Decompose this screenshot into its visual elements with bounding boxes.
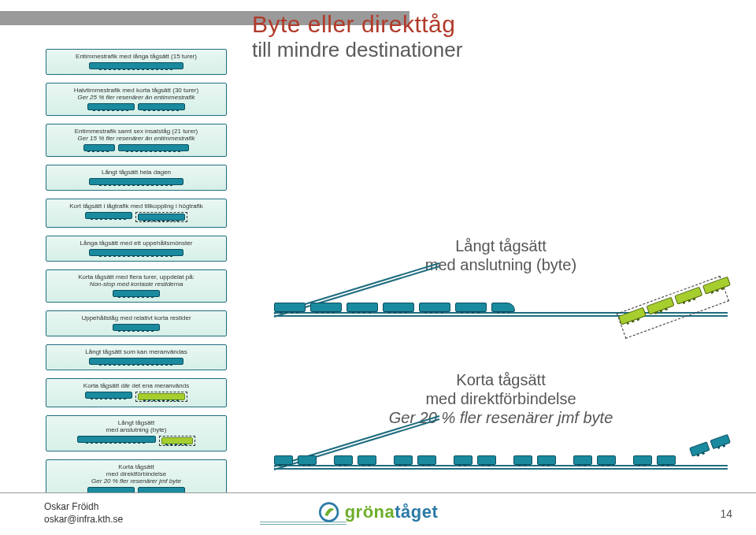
panel-sub2: Ger 20 % fler resenärer jmf byte [51, 477, 221, 485]
title-line2: till mindre destinationer [252, 38, 462, 62]
figure-short-trains-direct: Korta tågsätt med direktförbindelse Ger … [274, 370, 728, 465]
short-car [537, 455, 556, 465]
fig1-line1: Långt tågsätt [274, 236, 728, 255]
panel-caption: Entimmestrafik samt sex insatståg (21 tu… [51, 128, 221, 135]
panel: Långa tågsätt med ett uppehållsmönster [46, 236, 227, 262]
slide-footer: Oskar Fröidh oskar@infra.kth.se grönatåg… [0, 492, 756, 535]
train-car [346, 303, 378, 312]
panel-train-row [51, 178, 221, 185]
panel: Uppehållståg med relativt korta restider [46, 310, 227, 336]
fig2-line1: Korta tågsätt [274, 370, 728, 389]
panel: Långt tågsätt som kan meranvändas [46, 344, 227, 370]
panel-caption: Långt tågsätt [51, 419, 221, 426]
train-car [419, 303, 450, 312]
panel-caption: Uppehållståg med relativt korta restider [51, 314, 221, 321]
train-car [310, 303, 342, 312]
branch-short-car [710, 434, 731, 449]
panel-sub: med anslutning (byte) [51, 426, 221, 433]
logo-text: grönatåget [345, 502, 439, 522]
author-name: Oskar Fröidh [44, 501, 123, 514]
gronataget-logo: grönatåget [318, 501, 439, 523]
panel: Halvtimmestrafik med korta tågsätt (30 t… [46, 83, 227, 116]
panel-caption: Långa tågsätt med ett uppehållsmönster [51, 240, 221, 247]
slide-title: Byte eller direkttåg till mindre destina… [252, 11, 462, 62]
panel-sub: Ger 25 % fler resenärer än entimmestrafi… [51, 94, 221, 101]
figure-long-train-with-connection: Långt tågsätt med anslutning (byte) [274, 236, 728, 331]
panel-caption: Korta tågsätt där det ena meranvänds [51, 382, 221, 389]
fig1-track [274, 279, 728, 331]
panel-train-row [51, 62, 221, 69]
fig2-caption: Korta tågsätt med direktförbindelse Ger … [274, 370, 728, 427]
short-car [417, 455, 436, 465]
short-pair [633, 455, 676, 465]
panel-train-row [51, 249, 221, 256]
author-email: oskar@infra.kth.se [44, 514, 123, 526]
short-car [394, 455, 413, 465]
fig1-line2: med anslutning (byte) [274, 255, 728, 274]
short-pair [274, 455, 317, 465]
short-pair [454, 455, 496, 465]
panel-train-row [51, 392, 221, 402]
panel-train-row [51, 144, 221, 151]
short-car [358, 455, 376, 465]
train-car [383, 303, 414, 312]
short-pair [394, 455, 436, 465]
panel-caption: Halvtimmestrafik med korta tågsätt (30 t… [51, 87, 221, 94]
short-car [573, 455, 592, 465]
panel: Långt tågsätt hela dagen [46, 165, 227, 191]
short-car [513, 455, 532, 465]
panel-caption: Långt tågsätt som kan meranvändas [51, 348, 221, 355]
panel-train-row [51, 290, 221, 297]
short-pair [573, 455, 616, 465]
panel: Korta tågsätt med flera turer, uppdelat … [46, 269, 227, 303]
panel: Korta tågsätt där det ena meranvänds [46, 378, 227, 407]
short-car [633, 455, 652, 465]
branch-short-car [689, 441, 710, 456]
short-car [274, 455, 293, 465]
short-car [298, 455, 317, 465]
panel-sub: med direktförbindelse [51, 470, 221, 477]
panel-sub: Ger 15 % fler resenärer än entimmestrafi… [51, 135, 221, 142]
panel-train-row [51, 324, 221, 331]
panel-sub: Non-stop med kortaste restiderna [51, 281, 221, 288]
panel-train-row [51, 358, 221, 365]
panel-caption: Långt tågsätt hela dagen [51, 169, 221, 176]
short-car [657, 455, 676, 465]
fig2-branch-train [689, 434, 731, 457]
fig1-caption: Långt tågsätt med anslutning (byte) [274, 236, 728, 274]
train-car [491, 303, 515, 312]
short-car [477, 455, 496, 465]
left-panels-column: Entimmestrafik med långa tågsätt (15 tur… [46, 49, 227, 507]
short-pair [334, 455, 376, 465]
train-car [455, 303, 487, 312]
panel-caption: Kort tågsätt i lågtrafik med tillkopplin… [51, 202, 221, 210]
fig2-track [274, 432, 728, 484]
panel-caption: Entimmestrafik med långa tågsätt (15 tur… [51, 53, 221, 60]
panel-train-row [51, 436, 221, 446]
panel-caption: Korta tågsätt [51, 463, 221, 470]
short-car [334, 455, 353, 465]
panel: Entimmestrafik med långa tågsätt (15 tur… [46, 49, 227, 75]
fig2-line3: Ger 20 % fler resenärer jmf byte [274, 408, 728, 427]
leaf-circle-icon [318, 501, 340, 523]
fig2-main-pairs [274, 455, 676, 465]
panel-train-row [51, 103, 221, 110]
title-line1: Byte eller direkttåg [252, 11, 462, 38]
fig1-main-train [274, 303, 515, 312]
panel: Kort tågsätt i lågtrafik med tillkopplin… [46, 199, 227, 228]
short-car [454, 455, 472, 465]
train-car [274, 303, 306, 312]
author-block: Oskar Fröidh oskar@infra.kth.se [44, 501, 123, 526]
panel-caption: Korta tågsätt med flera turer, uppdelat … [51, 273, 221, 281]
rail-bottom [274, 468, 728, 470]
short-pair [513, 455, 556, 465]
panel: Långt tågsättmed anslutning (byte) [46, 415, 227, 451]
panel-train-row [51, 212, 221, 222]
slide-number: 14 [720, 507, 732, 520]
panel: Entimmestrafik samt sex insatståg (21 tu… [46, 124, 227, 157]
short-car [597, 455, 616, 465]
fig2-line2: med direktförbindelse [274, 389, 728, 408]
